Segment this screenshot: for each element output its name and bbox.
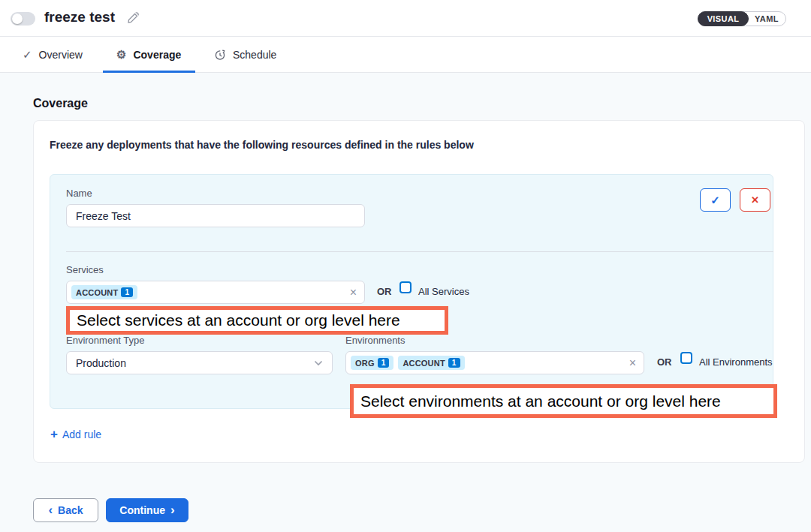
services-label: Services bbox=[66, 264, 104, 275]
tab-bar: ✓ Overview ⚙ Coverage Schedule bbox=[0, 37, 811, 73]
tab-overview-label: Overview bbox=[39, 49, 83, 61]
coverage-card-intro: Freeze any deployments that have the fol… bbox=[50, 139, 474, 151]
add-rule-label: Add rule bbox=[62, 428, 101, 440]
tab-coverage[interactable]: ⚙ Coverage bbox=[116, 37, 181, 72]
environments-annotation: Select environments at an account or org… bbox=[350, 384, 777, 418]
chevron-left-icon: ‹ bbox=[48, 503, 53, 516]
all-environments-label: All Environments bbox=[699, 356, 773, 368]
yaml-mode-button[interactable]: YAML bbox=[748, 12, 785, 26]
plus-icon: + bbox=[50, 428, 58, 440]
tag-text: ACCOUNT bbox=[76, 288, 118, 297]
environment-type-select[interactable]: Production bbox=[66, 351, 333, 374]
visual-yaml-toggle: VISUAL YAML bbox=[698, 11, 786, 26]
tag-count-badge: 1 bbox=[378, 358, 390, 368]
cancel-rule-button[interactable]: ✕ bbox=[740, 188, 770, 212]
name-input[interactable] bbox=[66, 204, 365, 227]
chevron-right-icon: › bbox=[170, 503, 175, 516]
tag-count-badge: 1 bbox=[448, 358, 460, 368]
chevron-down-icon bbox=[314, 360, 323, 366]
services-tag-account[interactable]: ACCOUNT 1 bbox=[71, 285, 137, 299]
add-rule-button[interactable]: + Add rule bbox=[50, 428, 101, 440]
tab-coverage-label: Coverage bbox=[133, 49, 181, 61]
environment-type-label: Environment Type bbox=[66, 335, 145, 346]
name-label: Name bbox=[66, 188, 92, 199]
panel-divider bbox=[66, 251, 773, 252]
tag-text: ACCOUNT bbox=[402, 359, 445, 368]
freeze-studio-page: freeze test VISUAL YAML ✓ Overview ⚙ Cov… bbox=[0, 0, 811, 532]
edit-pencil-icon[interactable] bbox=[126, 11, 140, 25]
tab-overview[interactable]: ✓ Overview bbox=[23, 37, 83, 72]
all-services-label: All Services bbox=[418, 286, 469, 297]
toggle-knob-icon bbox=[12, 14, 23, 24]
gear-icon: ⚙ bbox=[116, 49, 126, 60]
active-tab-underline bbox=[103, 71, 195, 73]
environments-tag-account[interactable]: ACCOUNT 1 bbox=[398, 356, 464, 370]
all-environments-checkbox[interactable] bbox=[680, 352, 692, 364]
tag-text: ORG bbox=[355, 359, 375, 368]
services-annotation: Select services at an account or org lev… bbox=[66, 306, 448, 335]
check-icon: ✓ bbox=[23, 49, 32, 60]
environments-clear-icon[interactable]: × bbox=[629, 357, 636, 369]
services-or-label: OR bbox=[377, 286, 392, 297]
environments-multiselect[interactable]: ORG 1 ACCOUNT 1 × bbox=[345, 351, 644, 374]
continue-label: Continue bbox=[119, 504, 165, 516]
check-icon: ✓ bbox=[710, 194, 720, 207]
page-title: Coverage bbox=[33, 97, 88, 110]
top-bar: freeze test VISUAL YAML bbox=[0, 0, 811, 37]
schedule-clock-icon bbox=[214, 49, 226, 61]
visual-mode-button[interactable]: VISUAL bbox=[698, 11, 749, 26]
close-icon: ✕ bbox=[751, 194, 759, 206]
tab-schedule-label: Schedule bbox=[233, 49, 276, 61]
confirm-rule-button[interactable]: ✓ bbox=[700, 188, 731, 212]
back-label: Back bbox=[58, 504, 83, 516]
all-services-checkbox[interactable] bbox=[399, 281, 412, 293]
freeze-enabled-toggle[interactable] bbox=[11, 12, 35, 26]
services-multiselect[interactable]: ACCOUNT 1 × bbox=[66, 281, 365, 304]
environments-label: Environments bbox=[345, 335, 405, 346]
continue-button[interactable]: Continue › bbox=[106, 498, 188, 522]
environments-tag-org[interactable]: ORG 1 bbox=[351, 356, 393, 370]
tab-schedule[interactable]: Schedule bbox=[214, 37, 276, 72]
tag-count-badge: 1 bbox=[121, 287, 133, 297]
services-clear-icon[interactable]: × bbox=[350, 287, 357, 299]
back-button[interactable]: ‹ Back bbox=[33, 498, 98, 522]
freeze-title: freeze test bbox=[44, 9, 115, 26]
environment-type-value: Production bbox=[76, 357, 126, 369]
environments-or-label: OR bbox=[657, 356, 672, 368]
